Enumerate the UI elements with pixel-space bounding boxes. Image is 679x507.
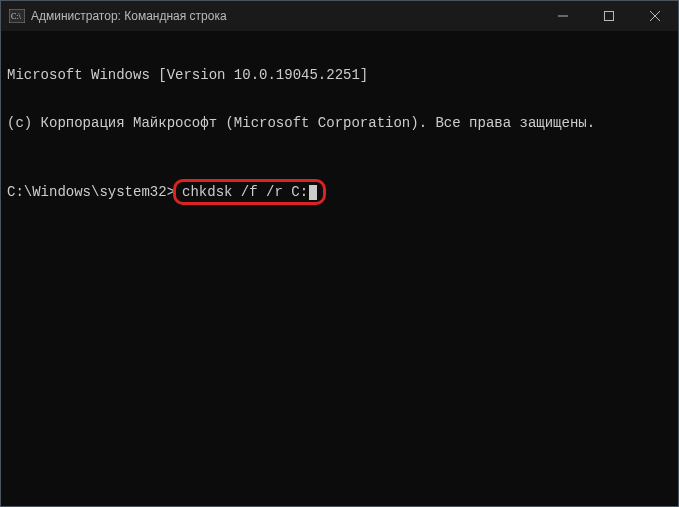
version-line: Microsoft Windows [Version 10.0.19045.22… [7,67,672,83]
titlebar[interactable]: C:\ Администратор: Командная строка [1,1,678,31]
cmd-icon: C:\ [9,9,25,23]
close-button[interactable] [632,1,678,31]
svg-text:C:\: C:\ [11,12,22,21]
maximize-button[interactable] [586,1,632,31]
prompt-line: C:\Windows\system32>chkdsk /f /r C: [7,179,672,205]
window-controls [540,1,678,31]
window-title: Администратор: Командная строка [31,9,540,23]
terminal-body[interactable]: Microsoft Windows [Version 10.0.19045.22… [1,31,678,506]
cursor [309,185,317,200]
command-text: chkdsk /f /r C: [182,184,308,200]
minimize-button[interactable] [540,1,586,31]
copyright-line: (c) Корпорация Майкрософт (Microsoft Cor… [7,115,672,131]
svg-rect-3 [605,12,614,21]
command-highlight: chkdsk /f /r C: [173,179,326,205]
prompt-path: C:\Windows\system32> [7,184,175,200]
command-prompt-window: C:\ Администратор: Командная строка Micr… [0,0,679,507]
